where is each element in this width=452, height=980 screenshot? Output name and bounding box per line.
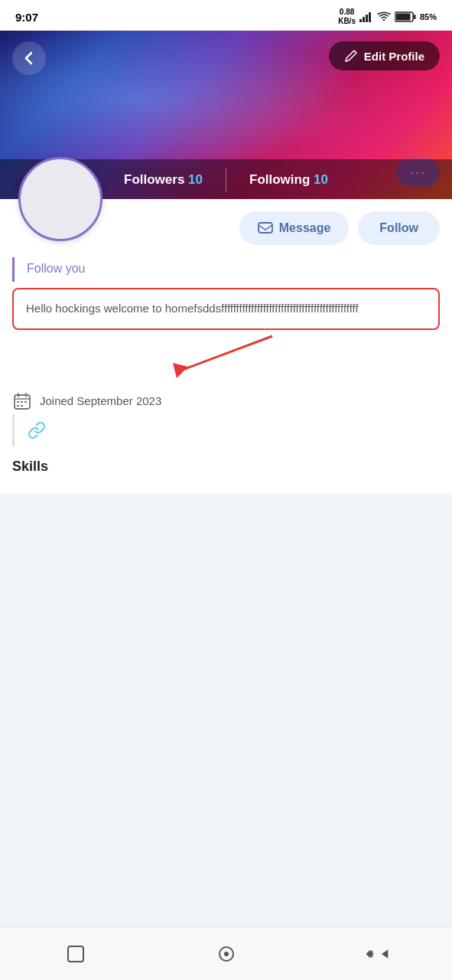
- message-icon: [258, 220, 273, 236]
- link-row[interactable]: [12, 414, 452, 446]
- following-label: Following: [249, 172, 310, 187]
- wifi-icon: [377, 11, 391, 22]
- join-date: Joined September 2023: [0, 382, 452, 414]
- message-button[interactable]: Message: [239, 211, 350, 245]
- battery-icon: [395, 11, 416, 22]
- skills-title: Skills: [12, 459, 48, 474]
- svg-rect-3: [369, 12, 371, 22]
- svg-rect-16: [24, 401, 27, 403]
- battery-percent: 85%: [420, 12, 437, 21]
- skills-section: Skills: [0, 446, 452, 481]
- svg-point-21: [224, 952, 229, 956]
- svg-rect-15: [21, 401, 23, 403]
- edit-profile-button[interactable]: Edit Profile: [329, 41, 440, 70]
- bio-text: Hello hockings welcome to homefsddsfffff…: [26, 302, 359, 315]
- nav-square-button[interactable]: [60, 939, 91, 969]
- speed-indicator: 0.88KB/s: [338, 8, 356, 26]
- pencil-icon: [344, 49, 358, 63]
- red-arrow-icon: [135, 328, 288, 382]
- avatar: [18, 157, 102, 241]
- join-date-text: Joined September 2023: [40, 394, 161, 407]
- message-label: Message: [279, 221, 331, 235]
- status-bar: 9:07 0.88KB/s 85%: [0, 0, 452, 31]
- svg-line-8: [180, 336, 272, 371]
- svg-rect-17: [17, 405, 19, 407]
- signal-icon: [359, 11, 373, 22]
- svg-marker-9: [173, 363, 188, 378]
- svg-rect-7: [259, 223, 272, 233]
- edit-profile-label: Edit Profile: [364, 50, 424, 63]
- svg-marker-22: [382, 949, 388, 959]
- profile-section: Message Follow Follow you Hello hockings…: [0, 199, 452, 493]
- followers-count: 10: [188, 172, 203, 187]
- followers-label: Followers: [124, 172, 184, 187]
- followers-stat[interactable]: Followers 10: [101, 172, 226, 188]
- svg-rect-0: [359, 19, 362, 22]
- bio-box: Hello hockings welcome to homefsddsfffff…: [12, 288, 440, 330]
- svg-rect-6: [414, 15, 416, 19]
- nav-home-button[interactable]: [211, 939, 242, 969]
- svg-rect-2: [366, 15, 368, 22]
- following-stat[interactable]: Following 10: [226, 172, 351, 188]
- back-button[interactable]: [12, 41, 46, 75]
- status-right-icons: 0.88KB/s 85%: [338, 8, 437, 26]
- bottom-nav: [0, 926, 452, 980]
- following-count: 10: [314, 172, 328, 187]
- svg-rect-19: [68, 946, 83, 962]
- follow-label: Follow: [379, 221, 418, 234]
- follow-you-label: Follow you: [12, 257, 452, 282]
- link-icon: [27, 420, 47, 440]
- svg-rect-18: [21, 405, 23, 407]
- status-time: 9:07: [15, 11, 38, 24]
- content-area: [0, 493, 452, 799]
- svg-rect-14: [17, 401, 19, 403]
- svg-rect-1: [363, 17, 365, 22]
- svg-rect-5: [395, 14, 410, 21]
- calendar-icon: [12, 391, 32, 411]
- follow-button[interactable]: Follow: [358, 211, 440, 245]
- arrow-annotation: [12, 336, 440, 382]
- nav-back-button[interactable]: [362, 939, 392, 969]
